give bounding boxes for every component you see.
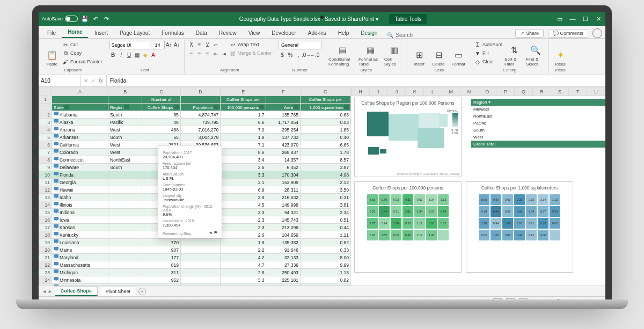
- currency-icon[interactable]: $: [279, 51, 286, 59]
- align-center-icon[interactable]: ≡: [196, 50, 203, 57]
- table-row[interactable]: 25Mississippi1.1125,4430.26: [39, 284, 351, 286]
- ribbon-options-icon[interactable]: ▭: [556, 15, 564, 23]
- table-row[interactable]: 22Massachusetts8194.727,3369.99: [39, 261, 351, 269]
- worksheet-grid[interactable]: ABCDEFG 1Number ofCoffee Shops perCoffee…: [39, 87, 351, 286]
- underline-button[interactable]: U: [126, 51, 133, 59]
- name-box[interactable]: A10: [39, 75, 80, 86]
- formula-input[interactable]: Florida: [107, 78, 605, 84]
- copy-icon: ⧉: [62, 50, 69, 56]
- merge-center-button[interactable]: ▥Merge & Center: [230, 49, 272, 57]
- group-clipboard: 📋Paste ✂Cut ⧉Copy 🖌Format Painter Clipbo…: [41, 40, 106, 74]
- copy-button[interactable]: ⧉Copy: [62, 49, 103, 57]
- delete-cells-button[interactable]: ⊟Delete: [430, 41, 447, 67]
- table-row[interactable]: 24Minnesota9523.3225,1810.82: [39, 276, 351, 284]
- format-cells-button[interactable]: ▭Format: [449, 41, 467, 67]
- table-row[interactable]: 4ArizonaWest4887,016,2707.0295,2541.65: [39, 126, 351, 134]
- comments-button[interactable]: 💬 Comments: [548, 29, 588, 38]
- tab-help[interactable]: Help: [333, 28, 355, 38]
- sheet-tab-pivot[interactable]: Pivot Sheet: [100, 287, 136, 296]
- autosum-button[interactable]: ΣAutoSum: [474, 41, 502, 48]
- ribbon-tabs: File Home Insert Page Layout Formulas Da…: [39, 26, 605, 39]
- ideas-button[interactable]: ✦Ideas: [552, 41, 568, 67]
- fill-color-button[interactable]: ◆: [142, 51, 149, 59]
- chart-per-1000km[interactable]: Coffee Shops per 1,000 sq kilometers 8.6…: [466, 181, 573, 273]
- font-size-input[interactable]: [151, 41, 165, 49]
- format-painter-button[interactable]: 🖌Format Painter: [62, 58, 103, 65]
- table-row[interactable]: 23Michigan3112.8250,4931.13: [39, 269, 351, 276]
- table-row[interactable]: 21Maryland1774.232,1338.00: [39, 254, 351, 261]
- table-tools-tab[interactable]: Table Tools: [389, 14, 427, 24]
- close-icon[interactable]: ✕: [595, 15, 602, 23]
- orientation-icon[interactable]: ⤺: [212, 41, 219, 48]
- tab-view[interactable]: View: [243, 28, 266, 38]
- format-as-table-button[interactable]: ▦Format as Table: [358, 41, 382, 67]
- align-top-icon[interactable]: ⊼: [188, 41, 195, 48]
- align-right-icon[interactable]: ≡: [204, 50, 211, 57]
- table-row[interactable]: 20Maine9072.291,6460.33: [39, 246, 351, 254]
- add-sheet-button[interactable]: +: [138, 288, 146, 295]
- minimize-icon[interactable]: —: [569, 15, 576, 23]
- percent-icon[interactable]: %: [287, 51, 294, 59]
- indent-inc-icon[interactable]: ⇥: [220, 50, 228, 57]
- table-row[interactable]: 2AlabamaSouth854,874,7471.7135,7650.63: [39, 111, 351, 119]
- tab-data[interactable]: Data: [191, 28, 213, 38]
- tab-developer[interactable]: Developer: [266, 28, 302, 38]
- cell-styles-button[interactable]: ▥Cell Styles: [384, 41, 404, 67]
- paste-button[interactable]: 📋Paste: [44, 41, 60, 67]
- border-button[interactable]: ▦: [134, 51, 141, 59]
- insert-cells-button[interactable]: ⊞Insert: [411, 41, 428, 67]
- clear-button[interactable]: ◇Clear: [474, 58, 502, 65]
- indent-dec-icon[interactable]: ⇤: [212, 50, 219, 57]
- tab-home[interactable]: Home: [62, 27, 88, 38]
- sort-icon: ⇅: [508, 44, 520, 56]
- wrap-text-button[interactable]: ↩Wrap Text: [230, 41, 272, 48]
- feedback-icon[interactable]: [592, 28, 602, 38]
- group-number: $ % , .0→ ←.0 Number: [275, 40, 325, 74]
- share-button[interactable]: ↗ Share: [515, 29, 544, 38]
- undo-icon[interactable]: ↶: [92, 15, 99, 23]
- fill-button[interactable]: ▼Fill: [474, 49, 502, 57]
- chart-region-map[interactable]: Coffee Shops by Region per 100,000 Perso…: [354, 97, 462, 177]
- group-font: A↑ A↓ B I U ▦ ◆ A Font: [106, 40, 185, 74]
- bold-button[interactable]: B: [109, 51, 117, 59]
- maximize-icon[interactable]: ☐: [582, 15, 589, 23]
- find-select-button[interactable]: 🔍Find & Select: [526, 41, 545, 67]
- tab-insert[interactable]: Insert: [89, 28, 113, 38]
- align-left-icon[interactable]: ≡: [188, 50, 195, 57]
- format-icon: ▭: [452, 49, 464, 61]
- dec-decimal-icon[interactable]: ←.0: [311, 51, 318, 59]
- italic-button[interactable]: I: [118, 51, 125, 59]
- tab-file[interactable]: File: [42, 28, 61, 38]
- search-box[interactable]: 🔍Search: [387, 32, 413, 38]
- cut-button[interactable]: ✂Cut: [62, 41, 103, 48]
- font-color-button[interactable]: A: [150, 51, 157, 59]
- tab-next-icon[interactable]: ►: [48, 289, 53, 294]
- flag-icon[interactable]: ◄ ⚑: [208, 230, 217, 235]
- align-bot-icon[interactable]: ⊻: [204, 41, 211, 48]
- save-icon[interactable]: 💾: [81, 15, 89, 23]
- increase-font-icon[interactable]: A↑: [165, 41, 173, 48]
- tab-prev-icon[interactable]: ◄: [42, 289, 47, 294]
- group-ideas: ✦Ideas Ideas: [549, 40, 572, 74]
- conditional-formatting-button[interactable]: ▤Conditional Formatting: [328, 41, 356, 67]
- tab-review[interactable]: Review: [214, 28, 242, 38]
- tab-design[interactable]: Design: [355, 28, 383, 38]
- table-row[interactable]: 3AlaskaPacific49739,7956.61,717,8540.03: [39, 119, 351, 126]
- tab-page-layout[interactable]: Page Layout: [114, 28, 155, 38]
- table-row[interactable]: 5ArkansasSouth553,004,2791.8137,7330.40: [39, 134, 351, 141]
- font-name-input[interactable]: [109, 41, 150, 49]
- sort-filter-button[interactable]: ⇅Sort & Filter: [504, 41, 524, 67]
- tab-addins[interactable]: Add-ins: [303, 28, 332, 38]
- redo-icon[interactable]: ↷: [103, 15, 110, 23]
- sheet-tab-coffee[interactable]: Coffee Shops: [55, 286, 98, 296]
- align-mid-icon[interactable]: ≡: [196, 41, 203, 48]
- tab-formulas[interactable]: Formulas: [156, 28, 189, 38]
- number-format-select[interactable]: [279, 41, 321, 49]
- pivot-summary[interactable]: Region ▾Average Midwest3.04NorthEast2.73…: [471, 99, 605, 148]
- decrease-font-icon[interactable]: A↓: [173, 41, 181, 48]
- autosave-toggle[interactable]: AutoSave: [42, 16, 78, 22]
- group-editing: ΣAutoSum ▼Fill ◇Clear ⇅Sort & Filter 🔍Fi…: [471, 40, 549, 74]
- table-row[interactable]: 19Louisiana7701.8135,3820.62: [39, 239, 351, 246]
- ideas-icon: ✦: [554, 49, 566, 61]
- chart-per-100k[interactable]: Coffee Shops per 100,000 persons 8.660.8…: [354, 181, 462, 273]
